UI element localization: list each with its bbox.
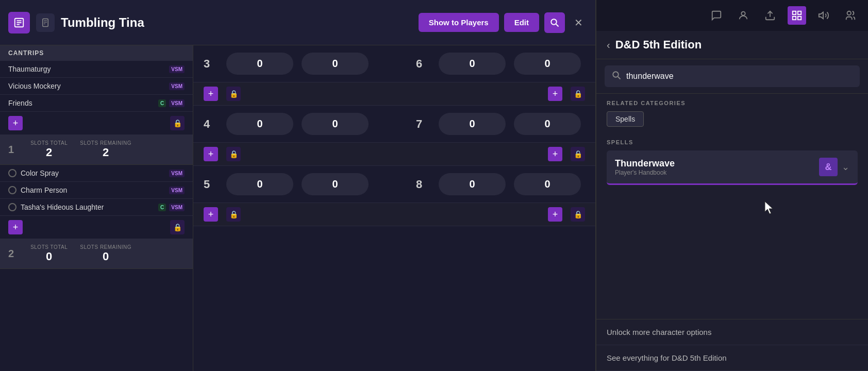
spell-name: Color Spray	[21, 169, 59, 177]
add-spell-8-button[interactable]: +	[548, 207, 562, 222]
spell-list-panel: CANTRIPS Thaumaturgy VSM Vicious Mockery…	[0, 45, 193, 371]
cursor-icon	[763, 200, 775, 217]
spell-tag-vsm: VSM	[169, 204, 185, 211]
svg-rect-13	[798, 11, 801, 14]
nav-upload-icon[interactable]	[761, 6, 779, 25]
list-item: Thaumaturgy VSM	[0, 61, 193, 78]
slots-remaining-group: SLOTS REMAINING 2	[80, 140, 131, 159]
header-actions: Show to Players Edit ✕	[419, 12, 587, 33]
level-7-label: 7	[416, 117, 430, 131]
spell-item-left: Vicious Mockery	[8, 82, 169, 90]
level-2-indicator: 2	[8, 248, 14, 260]
edit-button[interactable]: Edit	[504, 13, 539, 32]
spell-result-source: Player's Handbook	[615, 169, 675, 176]
svg-point-18	[613, 72, 619, 77]
sheet-icon-2[interactable]	[36, 13, 55, 32]
level-1-indicator: 1	[8, 144, 14, 156]
spell-name: Tasha's Hideous Laughter	[21, 203, 104, 211]
spell-item-left: Color Spray	[8, 169, 169, 177]
add-spell-3-button[interactable]: +	[204, 87, 218, 101]
slot-pill: 0	[302, 53, 369, 75]
slot-pill: 0	[226, 53, 293, 75]
spell-name: Friends	[8, 99, 32, 107]
spell-tag-c: C	[158, 99, 166, 107]
level-8-label: 8	[416, 178, 430, 191]
nav-grid-icon[interactable]	[788, 6, 806, 25]
lock-8-button[interactable]: 🔒	[571, 207, 585, 222]
lock-7-button[interactable]: 🔒	[571, 147, 585, 161]
lock-5-button[interactable]: 🔒	[226, 207, 241, 222]
spell-tag-vsm: VSM	[169, 170, 185, 177]
spell-tag-c: C	[158, 204, 166, 211]
spell-result-name: Thunderwave	[615, 158, 675, 169]
spell-name: Vicious Mockery	[8, 82, 61, 90]
level-5-label: 5	[204, 178, 218, 191]
level-3-label: 3	[204, 57, 218, 71]
spell-actions: C VSM	[158, 99, 185, 107]
slot-pill: 0	[439, 53, 506, 75]
spell-name: Thaumaturgy	[8, 65, 51, 73]
nav-person-icon[interactable]	[734, 6, 753, 25]
spells-section-label: SPELLS	[607, 139, 858, 145]
add-spell-4-button[interactable]: +	[204, 147, 218, 161]
sheet-content: CANTRIPS Thaumaturgy VSM Vicious Mockery…	[0, 45, 595, 371]
search-input[interactable]	[626, 72, 853, 81]
svg-rect-4	[43, 19, 48, 26]
ampersand-icon[interactable]: &	[819, 158, 838, 176]
list-item: Tasha's Hideous Laughter C VSM	[0, 199, 193, 216]
spell-item-left: Charm Person	[8, 186, 169, 194]
svg-line-19	[618, 77, 621, 79]
spell-actions: VSM	[169, 170, 185, 177]
svg-point-8	[551, 19, 557, 25]
spell-tag-vsm: VSM	[169, 65, 185, 73]
slot-pill: 0	[302, 173, 369, 195]
list-item: Color Spray VSM	[0, 165, 193, 182]
slots-total-group: SLOTS TOTAL 2	[30, 140, 68, 159]
svg-marker-16	[819, 12, 823, 19]
nav-chat-icon[interactable]	[707, 6, 726, 25]
sidebar-top-nav	[596, 0, 868, 31]
svg-rect-12	[793, 11, 796, 14]
lock-4-button[interactable]: 🔒	[226, 147, 241, 161]
spells-section: SPELLS Thunderwave Player's Handbook & ⌄	[596, 133, 868, 195]
search-box	[605, 65, 860, 87]
svg-rect-15	[798, 16, 801, 20]
svg-point-17	[847, 11, 851, 15]
search-icon	[612, 71, 621, 82]
slot-pill: 0	[226, 113, 293, 135]
lock-cantrip-button[interactable]: 🔒	[170, 116, 185, 130]
lock-3-button[interactable]: 🔒	[226, 87, 241, 101]
add-level1-button[interactable]: +	[8, 220, 23, 234]
slot-pill: 0	[439, 173, 506, 195]
back-arrow-icon[interactable]: ‹	[607, 39, 610, 51]
search-button[interactable]	[544, 12, 565, 33]
sidebar-header: ‹ D&D 5th Edition	[596, 31, 868, 59]
sidebar-title: D&D 5th Edition	[615, 38, 702, 52]
nav-people-icon[interactable]	[841, 6, 860, 25]
nav-volume-icon[interactable]	[814, 6, 833, 25]
add-cantrip-button[interactable]: +	[8, 116, 23, 130]
list-item: Friends C VSM	[0, 95, 193, 112]
see-everything-item[interactable]: See everything for D&D 5th Edition	[596, 345, 868, 371]
slot-pill: 0	[439, 113, 506, 135]
spell-circle	[8, 203, 16, 211]
svg-point-10	[741, 12, 745, 15]
spell-item-left: Thaumaturgy	[8, 65, 169, 73]
sheet-icon-1[interactable]	[8, 12, 30, 33]
sidebar-search	[596, 59, 868, 94]
unlock-options-item[interactable]: Unlock more character options	[596, 319, 868, 345]
lock-level1-button[interactable]: 🔒	[170, 220, 185, 234]
add-spell-6-button[interactable]: +	[548, 87, 562, 101]
add-spell-5-button[interactable]: +	[204, 207, 218, 222]
lock-6-button[interactable]: 🔒	[571, 87, 585, 101]
close-button[interactable]: ✕	[570, 14, 587, 31]
show-to-players-button[interactable]: Show to Players	[419, 13, 499, 32]
expand-button[interactable]: ⌄	[842, 161, 849, 173]
spells-category-tag[interactable]: Spells	[607, 111, 644, 127]
spell-actions: VSM	[169, 187, 185, 194]
spell-actions: C VSM	[158, 204, 185, 211]
add-spell-7-button[interactable]: +	[548, 147, 562, 161]
bottom-options: Unlock more character options See everyt…	[596, 319, 868, 371]
spell-result-item: Thunderwave Player's Handbook & ⌄	[607, 150, 858, 185]
spell-actions: VSM	[169, 65, 185, 73]
